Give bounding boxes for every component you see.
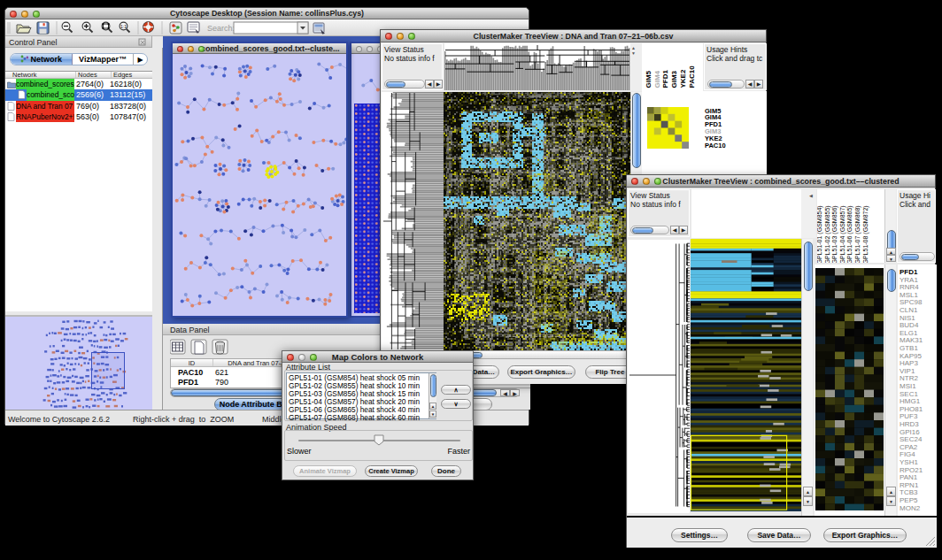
svg-text:1:1: 1:1 [120, 24, 127, 29]
svg-text:Search:: Search: [207, 24, 235, 33]
